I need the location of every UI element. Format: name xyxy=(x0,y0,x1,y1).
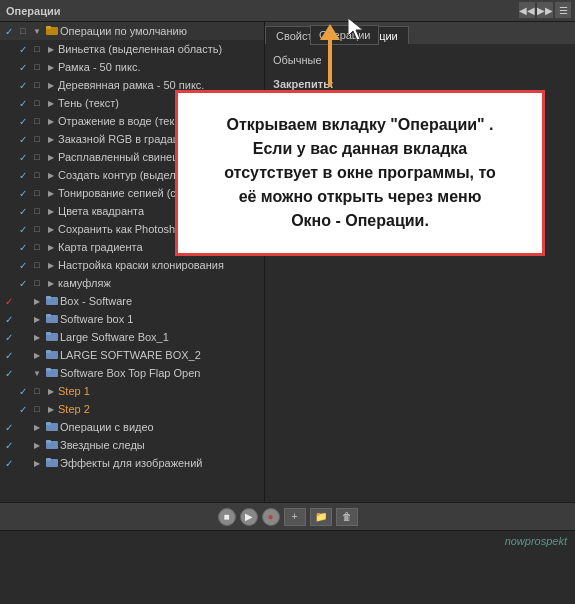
folder-icon xyxy=(44,294,60,308)
list-item-folder[interactable]: ✓ ▶ LARGE SOFTWARE BOX_2 xyxy=(0,346,264,364)
header-check: ✓ xyxy=(2,26,16,37)
list-item[interactable]: ✓ □ ▶ Рамка - 50 пикс. xyxy=(14,58,264,76)
list-item-folder[interactable]: ✓ ▶ Box - Software xyxy=(0,292,264,310)
footer: nowprospekt xyxy=(0,530,575,550)
header-modal: □ xyxy=(16,26,30,36)
folder-icon xyxy=(44,456,60,470)
info-modal: Открываем вкладку "Операции" .Если у вас… xyxy=(175,90,545,256)
list-item[interactable]: ✓ □ ▶ Step 1 xyxy=(14,382,264,400)
list-item-folder[interactable]: ✓ ▶ Software box 1 xyxy=(0,310,264,328)
new-set-button[interactable]: 📁 xyxy=(310,508,332,526)
header-label: Операции по умолчанию xyxy=(60,25,262,37)
list-item[interactable]: ✓ □ ▶ Step 2 xyxy=(14,400,264,418)
folder-icon xyxy=(44,348,60,362)
modal-text: Открываем вкладку "Операции" .Если у вас… xyxy=(224,113,496,233)
list-header-row[interactable]: ✓ □ ▼ Операции по умолчанию xyxy=(0,22,264,40)
panel-title: Операции xyxy=(6,5,60,17)
folder-icon xyxy=(44,438,60,452)
bottom-toolbar: ■ ▶ ● + 📁 🗑 xyxy=(0,502,575,530)
list-item[interactable]: ✓ □ ▶ Настройка краски клонирования xyxy=(14,256,264,274)
list-item-folder[interactable]: ✓ ▶ Large Software Box_1 xyxy=(0,328,264,346)
right-regular-label: Обычные xyxy=(273,52,567,68)
footer-brand: nowprospekt xyxy=(505,535,567,547)
expand-btn[interactable]: ▶▶ xyxy=(537,2,553,18)
svg-rect-11 xyxy=(46,368,51,371)
folder-icon xyxy=(44,366,60,380)
header-expand: ▼ xyxy=(30,27,44,36)
list-item-folder[interactable]: ✓ ▶ Операции с видео xyxy=(0,418,264,436)
list-item-folder[interactable]: ✓ ▶ Звездные следы xyxy=(0,436,264,454)
header-controls: ◀◀ ▶▶ ☰ xyxy=(519,2,571,18)
list-item[interactable]: ✓ □ ▶ камуфляж xyxy=(14,274,264,292)
panel: Операции ◀◀ ▶▶ ☰ ✓ □ ▼ Операции по умолч… xyxy=(0,0,575,604)
svg-rect-1 xyxy=(46,26,51,29)
new-action-button[interactable]: + xyxy=(284,508,306,526)
list-item-folder[interactable]: ✓ ▼ Software Box Top Flap Open xyxy=(0,364,264,382)
folder-icon xyxy=(44,312,60,326)
delete-button[interactable]: 🗑 xyxy=(336,508,358,526)
list-item[interactable]: ✓ □ ▶ Виньетка (выделенная область) xyxy=(14,40,264,58)
operations-tooltip: Операции xyxy=(310,25,379,45)
collapse-btn[interactable]: ◀◀ xyxy=(519,2,535,18)
svg-rect-17 xyxy=(46,458,51,461)
folder-icon xyxy=(44,420,60,434)
svg-rect-7 xyxy=(46,332,51,335)
list-item-folder[interactable]: ✓ ▶ Эффекты для изображений xyxy=(0,454,264,472)
folder-icon xyxy=(44,24,60,38)
record-button[interactable]: ● xyxy=(262,508,280,526)
folder-icon xyxy=(44,330,60,344)
stop-button[interactable]: ■ xyxy=(218,508,236,526)
svg-rect-5 xyxy=(46,314,51,317)
svg-rect-3 xyxy=(46,296,51,299)
panel-header: Операции ◀◀ ▶▶ ☰ xyxy=(0,0,575,22)
menu-btn[interactable]: ☰ xyxy=(555,2,571,18)
play-button[interactable]: ▶ xyxy=(240,508,258,526)
svg-rect-15 xyxy=(46,440,51,443)
tooltip-text: Операции xyxy=(319,29,370,41)
svg-rect-13 xyxy=(46,422,51,425)
svg-rect-9 xyxy=(46,350,51,353)
